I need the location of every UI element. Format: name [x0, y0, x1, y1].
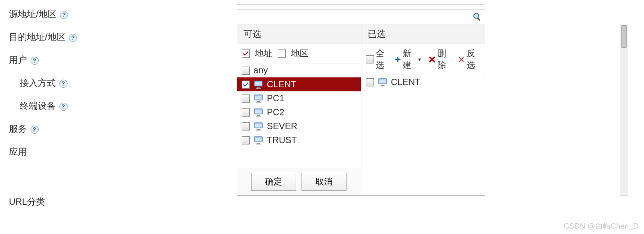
list-item[interactable]: CLENT [237, 77, 361, 91]
computer-icon [378, 78, 387, 87]
selected-toolbar: 全选 新建▼ 删除 反选 [361, 44, 485, 75]
item-label: PC2 [267, 107, 284, 117]
ok-button[interactable]: 确定 [251, 173, 296, 191]
list-item[interactable]: SEVER [237, 119, 361, 133]
nav-service[interactable]: 服务 ? [9, 123, 131, 135]
nav-label: 接入方式 [20, 78, 56, 88]
nav-label: 终端设备 [20, 101, 56, 111]
checkbox[interactable] [366, 78, 374, 86]
search-icon[interactable] [472, 12, 482, 22]
nav-app[interactable]: 应用 [9, 146, 131, 158]
nav-user[interactable]: 用户 ? [9, 54, 131, 66]
svg-rect-15 [255, 123, 262, 127]
nav-label: 用户 [9, 55, 27, 65]
svg-rect-21 [256, 144, 261, 144]
svg-rect-25 [379, 79, 386, 83]
svg-rect-16 [257, 129, 260, 130]
checkbox[interactable] [242, 136, 250, 144]
svg-rect-23 [395, 58, 401, 60]
svg-rect-11 [255, 109, 262, 113]
svg-rect-5 [256, 88, 261, 89]
help-icon[interactable]: ? [59, 103, 68, 111]
nav-label: 目的地址/地区 [9, 32, 66, 42]
checkbox[interactable] [242, 81, 250, 89]
nav-label: 应用 [9, 147, 27, 157]
checkbox-region[interactable] [278, 50, 286, 58]
nav-source-address[interactable]: 源地址/地区 ? [9, 8, 131, 20]
svg-rect-8 [257, 101, 260, 102]
available-list: any CLENT [237, 63, 361, 168]
checkbox[interactable] [242, 67, 250, 75]
computer-icon [253, 94, 263, 103]
svg-rect-19 [255, 137, 262, 141]
watermark: CSDN @白帽Chen_D [563, 221, 639, 231]
filter-address-label: 地址 [255, 48, 272, 59]
cancel-button[interactable]: 取消 [302, 173, 347, 191]
scrollbar[interactable] [620, 24, 628, 196]
item-label: any [253, 65, 268, 76]
selected-header: 已选 [361, 24, 485, 44]
help-icon[interactable]: ? [31, 126, 39, 134]
svg-rect-13 [256, 116, 261, 117]
dual-list-picker: 可选 地址 地区 any [237, 24, 485, 196]
svg-rect-3 [255, 81, 262, 85]
checkbox[interactable] [242, 108, 250, 117]
scrollbar-thumb[interactable] [621, 25, 627, 48]
chevron-down-icon: ▼ [418, 57, 422, 62]
selector-panel: 可选 地址 地区 any [237, 0, 628, 196]
label: 全选 [376, 48, 388, 71]
svg-rect-17 [256, 130, 261, 130]
button-row: 确定 取消 [237, 168, 361, 195]
help-icon[interactable]: ? [60, 11, 68, 19]
spacer [485, 24, 620, 196]
delete-button[interactable]: 删除 [429, 48, 451, 71]
computer-icon [253, 108, 263, 117]
list-item[interactable]: any [237, 63, 361, 77]
checkbox[interactable] [366, 55, 374, 63]
checkbox-address[interactable] [242, 50, 250, 58]
label: 新建 [403, 48, 416, 71]
svg-rect-7 [255, 95, 262, 99]
available-header: 可选 [237, 24, 361, 44]
checkbox[interactable] [242, 94, 250, 103]
computer-icon [253, 136, 263, 145]
help-icon[interactable]: ? [31, 57, 39, 65]
item-label: PC1 [267, 93, 284, 104]
svg-rect-20 [257, 143, 260, 144]
checkbox[interactable] [242, 122, 250, 130]
list-item[interactable]: PC1 [237, 91, 361, 105]
list-item[interactable]: PC2 [237, 105, 361, 119]
invert-button[interactable]: 反选 [458, 48, 480, 71]
item-label: CLENT [267, 79, 297, 90]
item-label: SEVER [267, 121, 297, 131]
nav-dest-address[interactable]: 目的地址/地区 ? [9, 31, 131, 43]
list-item[interactable]: CLENT [361, 75, 485, 89]
nav-access-mode[interactable]: 接入方式 ? [20, 77, 131, 89]
search-input[interactable] [241, 12, 472, 22]
svg-rect-26 [381, 85, 384, 86]
select-all-button[interactable]: 全选 [366, 48, 388, 71]
label: 反选 [467, 48, 480, 71]
x-thin-icon [458, 55, 464, 63]
item-label: TRUST [267, 135, 297, 145]
selected-list: CLENT [361, 75, 485, 195]
item-label: CLENT [391, 77, 421, 87]
plus-icon [395, 55, 401, 63]
help-icon[interactable]: ? [69, 34, 77, 42]
label: 删除 [437, 48, 451, 71]
nav-label: 服务 [9, 124, 27, 134]
selected-column: 已选 全选 新建▼ 删除 反 [361, 24, 485, 195]
nav-url-category[interactable]: URL分类 [9, 196, 131, 208]
x-icon [429, 55, 435, 63]
computer-icon [253, 122, 263, 131]
search-box[interactable] [237, 9, 485, 24]
svg-rect-9 [256, 102, 261, 103]
filter-region-label: 地区 [291, 48, 308, 59]
nav-terminal[interactable]: 终端设备 ? [20, 100, 131, 112]
help-icon[interactable]: ? [59, 80, 68, 88]
new-button[interactable]: 新建▼ [395, 48, 422, 71]
list-item[interactable]: TRUST [237, 133, 361, 147]
svg-rect-27 [380, 86, 385, 86]
left-nav: 源地址/地区 ? 目的地址/地区 ? 用户 ? 接入方式 ? 终端设备 ? 服务… [0, 0, 135, 223]
svg-rect-1 [477, 18, 480, 21]
